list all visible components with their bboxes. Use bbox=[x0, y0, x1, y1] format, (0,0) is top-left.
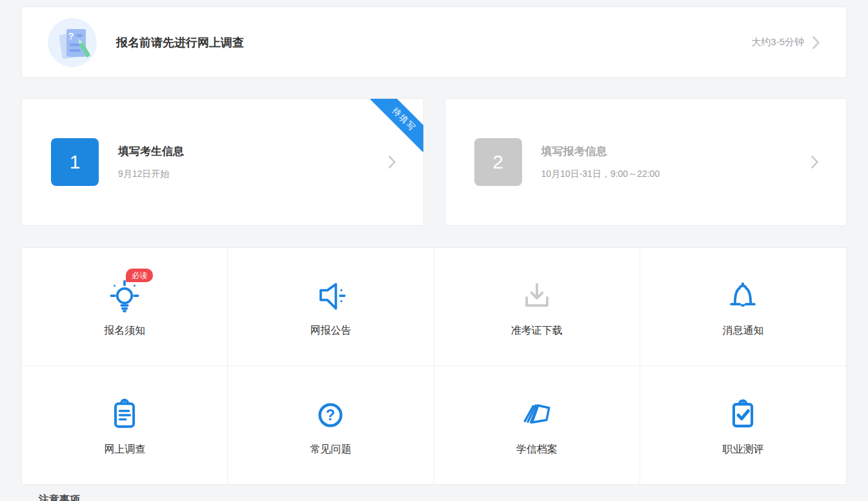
chevron-right-icon bbox=[811, 155, 819, 169]
menu-label: 常见问题 bbox=[310, 443, 351, 456]
step-card-application-info[interactable]: 2 填写报考信息 10月10日-31日，9:00～22:00 bbox=[445, 98, 847, 226]
registration-page: ? 报名前请先进行网上调查 大约3-5分钟 待填写 1 bbox=[0, 0, 868, 501]
step-subtitle: 9月12日开始 bbox=[118, 169, 184, 180]
steps-row: 待填写 1 填写考生信息 9月12日开始 2 填写报考信息 10月10日-31日… bbox=[21, 98, 847, 226]
menu-item-notifications[interactable]: 消息通知 bbox=[640, 248, 846, 366]
banner-title: 报名前请先进行网上调查 bbox=[116, 35, 244, 50]
menu-label: 报名须知 bbox=[104, 324, 145, 338]
clipboard-lines-icon bbox=[105, 394, 144, 436]
must-read-badge: 必读 bbox=[126, 269, 153, 282]
step-number-badge: 1 bbox=[51, 138, 99, 186]
menu-label: 学信档案 bbox=[516, 443, 558, 456]
clipboard-check-icon bbox=[723, 394, 762, 436]
menu-label: 网报公告 bbox=[310, 324, 351, 338]
lightbulb-icon: 必读 bbox=[105, 276, 144, 317]
menu-item-notice[interactable]: 必读 报名须知 bbox=[22, 248, 228, 366]
megaphone-icon bbox=[311, 276, 350, 317]
menu-label: 网上调查 bbox=[104, 443, 145, 456]
menu-label: 职业测评 bbox=[722, 443, 763, 456]
question-circle-icon: ? bbox=[311, 394, 350, 436]
quick-menu-grid: 必读 报名须知 网报公告 bbox=[21, 247, 847, 485]
svg-text:?: ? bbox=[68, 31, 74, 41]
menu-item-online-survey[interactable]: 网上调查 bbox=[22, 366, 228, 484]
menu-item-announcements[interactable]: 网报公告 bbox=[228, 248, 434, 366]
step-subtitle: 10月10日-31日，9:00～22:00 bbox=[541, 169, 660, 180]
menu-item-admission-ticket[interactable]: 准考证下载 bbox=[434, 248, 640, 366]
step-number-badge: 2 bbox=[474, 138, 522, 186]
menu-item-faq[interactable]: ? 常见问题 bbox=[228, 366, 434, 484]
bell-icon bbox=[723, 276, 762, 317]
menu-item-xuexin-archive[interactable]: 学信档案 bbox=[434, 366, 640, 484]
banner-duration: 大约3-5分钟 bbox=[751, 36, 804, 48]
chevron-right-icon bbox=[388, 155, 396, 169]
survey-document-icon: ? bbox=[48, 18, 97, 67]
menu-item-career-assessment[interactable]: 职业测评 bbox=[640, 366, 846, 484]
step-title: 填写报考信息 bbox=[541, 144, 660, 159]
menu-label: 准考证下载 bbox=[511, 324, 563, 338]
step-title: 填写考生信息 bbox=[118, 144, 184, 159]
chevron-right-icon bbox=[812, 36, 820, 50]
ribbon-pending: 待填写 bbox=[370, 99, 423, 152]
survey-banner[interactable]: ? 报名前请先进行网上调查 大约3-5分钟 bbox=[21, 6, 847, 78]
fanned-documents-icon bbox=[518, 394, 556, 436]
notes-section-heading: 注意事项 bbox=[39, 493, 847, 501]
step-card-candidate-info[interactable]: 待填写 1 填写考生信息 9月12日开始 bbox=[21, 98, 424, 226]
download-icon bbox=[518, 276, 556, 317]
svg-text:?: ? bbox=[326, 407, 335, 424]
menu-label: 消息通知 bbox=[722, 324, 763, 338]
